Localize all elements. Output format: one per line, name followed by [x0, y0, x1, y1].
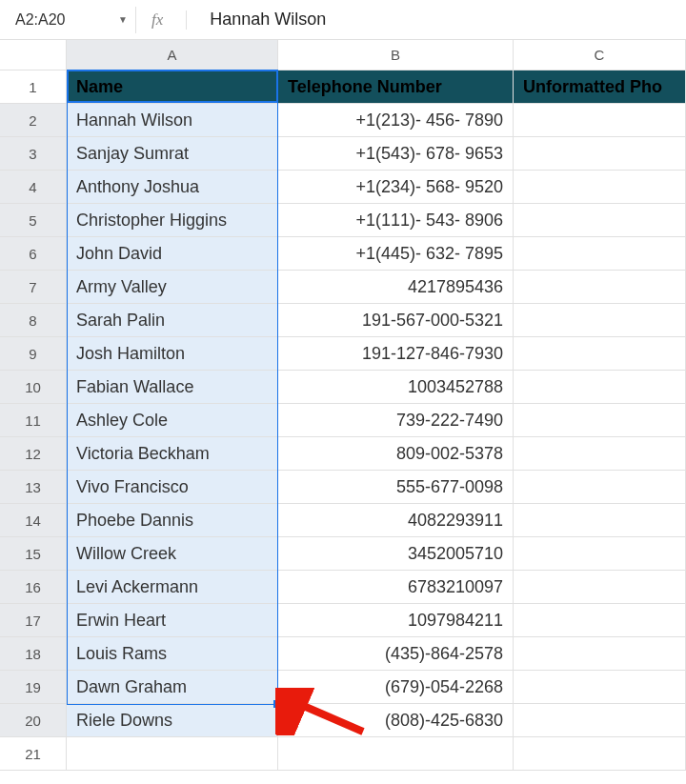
column-header-a[interactable]: A	[67, 40, 278, 70]
cell-unformatted[interactable]	[514, 137, 686, 170]
row-header[interactable]: 18	[0, 637, 67, 670]
cell-telephone[interactable]: 4082293911	[278, 504, 514, 536]
header-name[interactable]: Name	[67, 70, 278, 103]
cell-name[interactable]: Phoebe Dannis	[67, 504, 278, 536]
row-header[interactable]: 6	[0, 237, 67, 270]
cell-name[interactable]: Sarah Palin	[67, 304, 278, 336]
cell-telephone[interactable]: +1(543)- 678- 9653	[278, 137, 514, 170]
cell-unformatted[interactable]	[514, 571, 686, 603]
row-header[interactable]: 10	[0, 371, 67, 403]
cell-telephone[interactable]: (435)-864-2578	[278, 637, 514, 670]
cell-name[interactable]: Erwin Heart	[67, 604, 278, 636]
cell-name[interactable]: Louis Rams	[67, 637, 278, 670]
cell-name[interactable]: Vivo Francisco	[67, 471, 278, 503]
cell-name[interactable]: Fabian Wallace	[67, 371, 278, 403]
row-header[interactable]: 15	[0, 537, 67, 570]
cell-telephone[interactable]: +1(234)- 568- 9520	[278, 171, 514, 203]
cell-unformatted[interactable]	[514, 637, 686, 670]
header-unformatted[interactable]: Unformatted Pho	[514, 70, 686, 103]
table-row: 17Erwin Heart1097984211	[0, 604, 686, 637]
header-telephone[interactable]: Telephone Number	[278, 70, 514, 103]
cell-unformatted[interactable]	[514, 204, 686, 236]
cell-telephone[interactable]: 555-677-0098	[278, 471, 514, 503]
column-header-b[interactable]: B	[278, 40, 514, 70]
cell-b21[interactable]	[278, 737, 514, 770]
row-header[interactable]: 16	[0, 571, 67, 603]
cell-unformatted[interactable]	[514, 304, 686, 336]
cell-unformatted[interactable]	[514, 104, 686, 136]
cell-unformatted[interactable]	[514, 671, 686, 703]
cell-c21[interactable]	[514, 737, 686, 770]
table-row: 14Phoebe Dannis4082293911	[0, 504, 686, 537]
column-header-c[interactable]: C	[514, 40, 686, 70]
table-row: 20Riele Downs(808)-425-6830	[0, 704, 686, 737]
cell-name[interactable]: Ashley Cole	[67, 404, 278, 436]
dropdown-icon[interactable]: ▼	[118, 14, 128, 25]
cell-telephone[interactable]: 809-002-5378	[278, 437, 514, 470]
table-row: 9Josh Hamilton191-127-846-7930	[0, 337, 686, 371]
row-header[interactable]: 9	[0, 337, 67, 370]
row-header[interactable]: 11	[0, 404, 67, 436]
cell-telephone[interactable]: (679)-054-2268	[278, 671, 514, 703]
cell-name[interactable]: Anthony Joshua	[67, 171, 278, 203]
row-header-21[interactable]: 21	[0, 737, 67, 770]
row-header[interactable]: 13	[0, 471, 67, 503]
row-header[interactable]: 2	[0, 104, 67, 136]
cell-name[interactable]: Christopher Higgins	[67, 204, 278, 236]
cell-a21[interactable]	[67, 737, 278, 770]
row-header[interactable]: 20	[0, 704, 67, 736]
cell-telephone[interactable]: 191-127-846-7930	[278, 337, 514, 370]
row-header[interactable]: 5	[0, 204, 67, 236]
cell-name[interactable]: Army Valley	[67, 271, 278, 303]
cell-name[interactable]: Riele Downs	[67, 704, 278, 736]
cell-unformatted[interactable]	[514, 704, 686, 736]
row-header[interactable]: 12	[0, 437, 67, 470]
divider	[186, 10, 187, 30]
cell-unformatted[interactable]	[514, 471, 686, 503]
cell-name[interactable]: John David	[67, 237, 278, 270]
cell-telephone[interactable]: (808)-425-6830	[278, 704, 514, 736]
cell-unformatted[interactable]	[514, 171, 686, 203]
row-header-1[interactable]: 1	[0, 70, 67, 103]
cell-unformatted[interactable]	[514, 504, 686, 536]
table-row: 18Louis Rams(435)-864-2578	[0, 637, 686, 671]
row-header[interactable]: 17	[0, 604, 67, 636]
cell-name[interactable]: Josh Hamilton	[67, 337, 278, 370]
formula-input[interactable]: Hannah Wilson	[194, 10, 326, 30]
table-row: 8Sarah Palin191-567-000-5321	[0, 304, 686, 337]
cell-telephone[interactable]: 191-567-000-5321	[278, 304, 514, 336]
cell-telephone[interactable]: 1097984211	[278, 604, 514, 636]
cell-telephone[interactable]: 4217895436	[278, 271, 514, 303]
name-box[interactable]: A2:A20 ▼	[8, 7, 136, 33]
cell-telephone[interactable]: +1(445)- 632- 7895	[278, 237, 514, 270]
table-row: 3Sanjay Sumrat+1(543)- 678- 9653	[0, 137, 686, 171]
cell-telephone[interactable]: 1003452788	[278, 371, 514, 403]
cell-unformatted[interactable]	[514, 437, 686, 470]
cell-unformatted[interactable]	[514, 537, 686, 570]
cell-unformatted[interactable]	[514, 337, 686, 370]
table-row: 19Dawn Graham(679)-054-2268	[0, 671, 686, 704]
select-all-corner[interactable]	[0, 40, 67, 70]
cell-unformatted[interactable]	[514, 404, 686, 436]
cell-telephone[interactable]: 6783210097	[278, 571, 514, 603]
cell-name[interactable]: Dawn Graham	[67, 671, 278, 703]
cell-telephone[interactable]: 739-222-7490	[278, 404, 514, 436]
cell-unformatted[interactable]	[514, 604, 686, 636]
cell-telephone[interactable]: +1(111)- 543- 8906	[278, 204, 514, 236]
row-header[interactable]: 3	[0, 137, 67, 170]
cell-name[interactable]: Levi Ackermann	[67, 571, 278, 603]
cell-unformatted[interactable]	[514, 371, 686, 403]
cell-name[interactable]: Sanjay Sumrat	[67, 137, 278, 170]
row-header[interactable]: 14	[0, 504, 67, 536]
cell-name[interactable]: Willow Creek	[67, 537, 278, 570]
cell-telephone[interactable]: +1(213)- 456- 7890	[278, 104, 514, 136]
cell-name[interactable]: Victoria Beckham	[67, 437, 278, 470]
cell-name[interactable]: Hannah Wilson	[67, 104, 278, 136]
row-header[interactable]: 8	[0, 304, 67, 336]
row-header[interactable]: 7	[0, 271, 67, 303]
row-header[interactable]: 4	[0, 171, 67, 203]
cell-unformatted[interactable]	[514, 237, 686, 270]
cell-unformatted[interactable]	[514, 271, 686, 303]
cell-telephone[interactable]: 3452005710	[278, 537, 514, 570]
row-header[interactable]: 19	[0, 671, 67, 703]
